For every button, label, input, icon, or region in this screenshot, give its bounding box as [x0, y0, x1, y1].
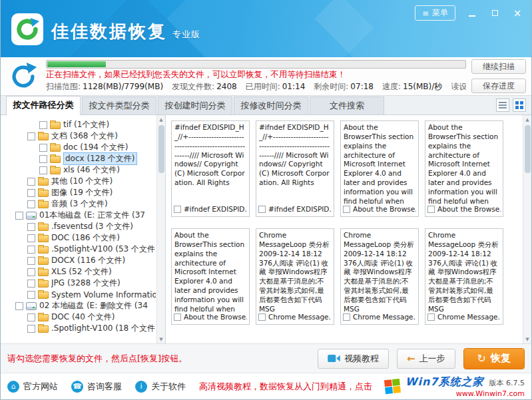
- checkbox[interactable]: [27, 325, 35, 333]
- checkbox[interactable]: [39, 144, 47, 152]
- checkbox[interactable]: [27, 291, 35, 299]
- checkbox[interactable]: [27, 200, 35, 208]
- stat-value: 2408: [216, 82, 237, 91]
- checkbox[interactable]: [27, 234, 35, 242]
- tab-by-create-time[interactable]: 按创建时间分类: [158, 97, 232, 114]
- file-card[interactable]: About the BrowserThis section explains t…: [425, 120, 503, 217]
- about-software-link[interactable]: i 关于软件: [135, 381, 186, 393]
- save-progress-button[interactable]: 保存进度: [471, 79, 526, 93]
- checkbox[interactable]: [15, 302, 23, 310]
- file-card[interactable]: #ifndef EXDISPID_H_//+------------------…: [256, 120, 334, 217]
- tree-item-spotlight-2[interactable]: .Spotlight-V100 (18 个文件): [3, 323, 156, 334]
- tree-item-xls-upper[interactable]: XLS (52 个文件): [3, 266, 156, 278]
- category-tabs: 按文件路径分类 按文件类型分类 按创建时间分类 按修改时间分类 文件搜索: [1, 96, 531, 115]
- tree-item-images[interactable]: 图像 (19 个文件): [3, 187, 156, 198]
- checkbox[interactable]: [39, 121, 47, 129]
- folder-icon: [38, 314, 49, 321]
- file-card[interactable]: Chrome MessageLoop 类分析2009-12-14 18:12 3…: [256, 228, 334, 325]
- checkbox[interactable]: [27, 132, 35, 140]
- file-card[interactable]: #ifndef EXDISPID_H_//+------------------…: [171, 120, 250, 217]
- folder-icon: [50, 122, 61, 129]
- tree-item-doc[interactable]: doc (194 个文件): [3, 142, 156, 153]
- menu-button[interactable]: ≡ 菜单: [415, 5, 455, 21]
- file-preview-text: #ifndef EXDISPID_H_//+------------------…: [256, 121, 334, 204]
- minimize-button[interactable]: [466, 7, 478, 19]
- checkbox[interactable]: [27, 189, 35, 197]
- video-tutorial-button[interactable]: 视频教程: [318, 349, 389, 369]
- scrollbar-thumb[interactable]: [158, 125, 164, 173]
- checkbox[interactable]: [258, 313, 266, 321]
- tree-item-doc-deleted[interactable]: DOC (40 个文件): [3, 311, 156, 323]
- previous-step-label: 上一步: [419, 353, 445, 365]
- stat-label: 已用时间:: [246, 82, 280, 91]
- checkbox[interactable]: [27, 223, 35, 231]
- recover-button[interactable]: ↻ 恢复: [463, 348, 525, 369]
- official-website-link[interactable]: ⌂ 官方网站: [7, 381, 58, 393]
- checkbox[interactable]: [15, 212, 23, 220]
- checkbox[interactable]: [343, 313, 350, 321]
- tab-by-modify-time[interactable]: 按修改时间分类: [234, 97, 308, 114]
- file-card[interactable]: Chrome MessageLoop 类分析2009-12-14 18:12 3…: [425, 228, 503, 325]
- tree-item-docs-group[interactable]: 文档 (368 个文件): [3, 130, 156, 142]
- maximize-button[interactable]: [489, 7, 501, 19]
- scroll-up-icon[interactable]: ▲: [523, 115, 531, 124]
- tree-item-label: DOCX (116 个文件): [51, 255, 125, 266]
- tree-item-xls[interactable]: xls (46 个文件): [3, 164, 156, 176]
- grid-view-button[interactable]: [513, 99, 526, 112]
- tree-item-label: 图像 (19 个文件): [51, 187, 113, 198]
- checkbox[interactable]: [27, 268, 35, 276]
- checkbox[interactable]: [174, 313, 181, 321]
- checkbox[interactable]: [427, 313, 435, 321]
- tree-item-disk-01[interactable]: 01本地磁盘 (E: 正常文件 (37: [3, 210, 156, 221]
- checkbox[interactable]: [427, 206, 435, 213]
- tree-scrollbar[interactable]: ▲ ▼: [156, 115, 165, 343]
- tree-item-doc-upper[interactable]: DOC (186 个文件): [3, 232, 156, 244]
- tree-item-label: .Spotlight-V100 (18 个文件): [51, 323, 156, 334]
- stat-files-found: 发现文件数:2408: [172, 81, 237, 93]
- checkbox[interactable]: [258, 206, 266, 213]
- maximize-icon: [492, 10, 498, 16]
- checkbox[interactable]: [27, 178, 35, 186]
- tree-item-other[interactable]: 其他 (10 个文件): [3, 176, 156, 187]
- tree-item-system-volume[interactable]: System Volume Information: [3, 289, 156, 300]
- stat-elapsed-time: 已用时间:01:14: [246, 81, 306, 93]
- customer-service-link[interactable]: ☎ 咨询客服: [71, 381, 122, 393]
- checkbox[interactable]: [343, 206, 350, 213]
- checkbox[interactable]: [27, 313, 35, 321]
- list-view-button[interactable]: [496, 99, 509, 112]
- promo-text[interactable]: 高清视频教程，数据恢复从入门到精通，点击立即学习！: [199, 381, 372, 393]
- tab-file-search[interactable]: 文件搜索: [310, 97, 384, 114]
- tree-item-label: 其他 (10 个文件): [51, 176, 113, 187]
- checkbox[interactable]: [27, 257, 35, 265]
- checkbox[interactable]: [27, 246, 35, 254]
- tab-by-file-type[interactable]: 按文件类型分类: [82, 97, 156, 114]
- tree-item-jpg[interactable]: JPG (3288 个文件): [3, 278, 156, 289]
- previous-step-button[interactable]: ← 上一步: [397, 349, 455, 369]
- file-card[interactable]: Chrome MessageLoop 类分析2009-12-14 18:12 3…: [340, 228, 419, 325]
- tree-item-spotlight-1[interactable]: .Spotlight-V100 (53 个文件): [3, 244, 156, 255]
- tree-item-label: .fseventsd (3 个文件): [51, 221, 133, 232]
- checkbox[interactable]: [27, 280, 35, 288]
- tree-item-disk-02[interactable]: 02 本地磁盘 (E: 删除文件 (34: [3, 300, 156, 311]
- checkbox[interactable]: [174, 206, 181, 213]
- checkbox[interactable]: [39, 155, 47, 163]
- tree-item-fseventsd[interactable]: .fseventsd (3 个文件): [3, 221, 156, 232]
- scroll-down-icon[interactable]: ▼: [157, 335, 165, 343]
- tree-item-docx-upper[interactable]: DOCX (116 个文件): [3, 255, 156, 266]
- checkbox[interactable]: [39, 166, 47, 174]
- file-card[interactable]: About the BrowserThis section explains t…: [340, 120, 419, 217]
- window-controls: ≡ 菜单 ×: [415, 5, 523, 21]
- tree-item-docx[interactable]: docx (128 个文件): [3, 153, 156, 164]
- continue-scan-button[interactable]: 继续扫描: [471, 59, 526, 74]
- brand[interactable]: Win7系统之家 版本 6.7.5 www.Winwin7.com: [385, 375, 525, 398]
- files-scrollbar[interactable]: ▲ ▼: [523, 115, 531, 343]
- scroll-up-icon[interactable]: ▲: [157, 115, 165, 124]
- scroll-down-icon[interactable]: ▼: [523, 335, 531, 343]
- tree-item-audio[interactable]: 音频 (3 个文件): [3, 198, 156, 210]
- scrollbar-thumb[interactable]: [525, 125, 531, 173]
- close-button[interactable]: ×: [511, 7, 523, 19]
- tab-by-file-path[interactable]: 按文件路径分类: [6, 96, 81, 115]
- hamburger-icon: ≡: [422, 9, 429, 18]
- tree-item-tif[interactable]: tif (1个文件): [3, 119, 156, 130]
- file-card[interactable]: About the BrowserThis section explains t…: [171, 228, 250, 325]
